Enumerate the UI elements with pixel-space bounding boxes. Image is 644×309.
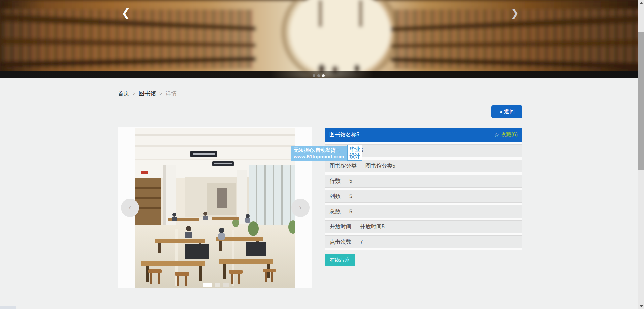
hero-library-image (0, 0, 644, 78)
library-title: 图书馆名称5 (329, 131, 359, 138)
row-value: 7 (360, 239, 363, 245)
hero-dot-3[interactable] (322, 74, 325, 77)
detail-row-rows: 行数 5 (325, 175, 522, 188)
hero-dot-1[interactable] (313, 74, 315, 77)
row-label: 图书馆分类 (330, 163, 357, 170)
detail-header: 图书馆名称5 ☆ 收藏(6) (325, 128, 522, 142)
hero-dots (313, 74, 325, 77)
row-label: 列数 (330, 193, 341, 200)
gallery-page-bar-2[interactable] (215, 283, 220, 287)
hero-dot-2[interactable] (317, 74, 320, 77)
star-icon: ☆ (494, 131, 499, 138)
watermark-box: 无须担心.自动发货 www.51topmind.com (291, 146, 347, 161)
breadcrumb-home-link[interactable]: 首页 (118, 90, 129, 97)
row-value: 5 (349, 193, 352, 199)
row-label: 行数 (330, 178, 341, 185)
reading-room-image (135, 128, 295, 288)
breadcrumb-section-link[interactable]: 图书馆 (139, 90, 156, 97)
breadcrumb: 首页 > 图书馆 > 详情 (118, 90, 177, 97)
row-label: 总数 (330, 208, 341, 215)
detail-row-clicks: 点击次数 7 (325, 235, 522, 248)
gallery-page-bar-1[interactable] (203, 283, 212, 287)
back-button[interactable]: ◀ 返回 (491, 105, 522, 118)
breadcrumb-current: 详情 (165, 90, 177, 97)
footer-fragment (0, 306, 16, 309)
detail-row-open-time: 开放时间 开放时间5 (325, 220, 522, 233)
back-arrow-icon: ◀ (499, 110, 502, 114)
breadcrumb-separator: > (159, 91, 162, 96)
watermark-badge-bottom: 设计 (349, 153, 360, 160)
gallery-page-bar-3[interactable] (223, 283, 229, 287)
gallery-next-button[interactable]: › (291, 199, 310, 217)
hero-carousel: ❮ ❯ (0, 0, 644, 78)
favorite-button[interactable]: ☆ 收藏(6) (494, 131, 518, 138)
back-button-label: 返回 (504, 108, 515, 115)
gallery-prev-button[interactable]: ‹ (121, 199, 139, 217)
watermark-badge: 毕业 设计 (347, 145, 362, 161)
row-label: 点击次数 (330, 238, 351, 246)
row-value: 开放时间5 (360, 223, 385, 230)
scrollbar-up-arrow-icon[interactable] (640, 2, 643, 4)
watermark-url: www.51topmind.com (294, 153, 344, 159)
hero-next-button[interactable]: ❯ (507, 5, 522, 20)
watermark-badge-top: 毕业 (349, 146, 360, 153)
scrollbar-down-arrow-icon[interactable] (640, 305, 643, 307)
reserve-seat-button[interactable]: 在线占座 (325, 254, 355, 266)
row-value: 5 (349, 208, 352, 215)
hero-prev-button[interactable]: ❮ (119, 5, 133, 20)
vendor-watermark: 无须担心.自动发货 www.51topmind.com 毕业 设计 (291, 146, 362, 161)
detail-row-category: 图书馆分类 图书馆分类5 (325, 160, 522, 172)
row-label: 开放时间 (330, 223, 351, 230)
detail-row-total: 总数 5 (325, 205, 522, 218)
detail-row-columns: 列数 5 (325, 190, 522, 203)
row-value: 图书馆分类5 (365, 163, 395, 170)
favorite-label: 收藏(6) (500, 131, 518, 138)
vertical-scrollbar[interactable] (638, 0, 644, 309)
gallery-pagination (203, 283, 229, 287)
scrollbar-thumb[interactable] (638, 32, 644, 170)
breadcrumb-separator: > (133, 91, 135, 96)
library-photo (135, 128, 295, 288)
row-value: 5 (349, 178, 352, 184)
watermark-line1: 无须担心.自动发货 (294, 147, 344, 153)
